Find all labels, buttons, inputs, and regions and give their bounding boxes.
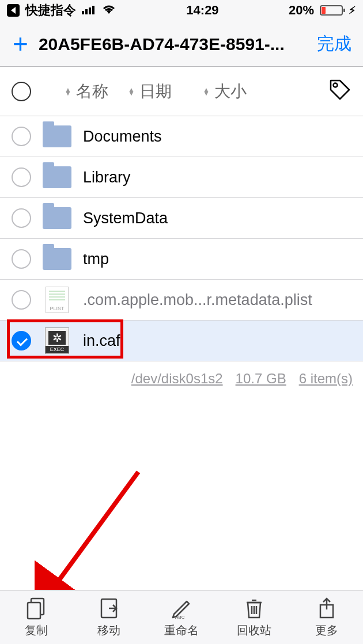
list-item[interactable]: Documents xyxy=(0,116,363,157)
row-select[interactable] xyxy=(12,331,31,350)
select-all-toggle[interactable] xyxy=(12,82,31,101)
column-header: ▲▼ 名称 ▲▼ 日期 ▲▼ 大小 xyxy=(0,67,363,116)
row-select[interactable] xyxy=(12,208,31,228)
folder-icon xyxy=(43,206,71,230)
back-app-icon[interactable] xyxy=(7,4,20,17)
list-item[interactable]: ✲ in.caf xyxy=(0,321,363,361)
list-item[interactable]: Library xyxy=(0,157,363,198)
done-button[interactable]: 完成 xyxy=(317,32,351,56)
bottom-toolbar: 复制 移动 ABC 重命名 回收站 更多 xyxy=(0,590,363,644)
copy-icon xyxy=(26,596,47,620)
back-app-name: 快捷指令 xyxy=(25,2,76,19)
svg-text:ABC: ABC xyxy=(175,615,185,620)
svg-line-5 xyxy=(52,472,138,590)
item-count[interactable]: 6 item(s) xyxy=(299,371,353,387)
svg-rect-2 xyxy=(89,7,91,14)
disk-space[interactable]: 10.7 GB xyxy=(236,371,286,387)
plist-file-icon xyxy=(43,288,71,312)
sort-by-name[interactable]: ▲▼ 名称 xyxy=(65,81,128,102)
disk-path[interactable]: /dev/disk0s1s2 xyxy=(131,371,223,387)
svg-rect-3 xyxy=(92,6,94,14)
row-select[interactable] xyxy=(12,127,31,146)
sort-arrows-icon: ▲▼ xyxy=(65,88,71,95)
item-name: in.caf xyxy=(83,332,351,350)
row-select[interactable] xyxy=(12,290,31,310)
footer-info: /dev/disk0s1s2 10.7 GB 6 item(s) xyxy=(0,361,363,396)
svg-point-4 xyxy=(334,83,338,87)
item-name: Library xyxy=(83,169,351,186)
list-item[interactable]: tmp xyxy=(0,239,363,280)
item-name: .com.apple.mob...r.metadata.plist xyxy=(83,291,351,309)
list-item[interactable]: SystemData xyxy=(0,198,363,239)
move-icon xyxy=(99,596,119,620)
wifi-icon xyxy=(101,3,116,18)
folder-icon xyxy=(43,247,71,271)
add-button[interactable]: + xyxy=(13,36,28,52)
charging-icon: ⚡︎ xyxy=(349,4,356,17)
status-time: 14:29 xyxy=(186,3,218,18)
svg-rect-0 xyxy=(82,11,84,14)
sort-arrows-icon: ▲▼ xyxy=(203,88,210,95)
folder-icon xyxy=(43,124,71,148)
item-name: tmp xyxy=(83,250,351,268)
tag-icon[interactable] xyxy=(327,77,351,105)
sort-arrows-icon: ▲▼ xyxy=(128,88,135,95)
folder-icon xyxy=(43,165,71,189)
item-name: Documents xyxy=(83,128,351,146)
svg-rect-1 xyxy=(85,9,88,14)
trash-icon xyxy=(245,596,263,620)
share-icon xyxy=(317,596,336,620)
sort-by-date[interactable]: ▲▼ 日期 xyxy=(128,81,203,102)
sort-by-size[interactable]: ▲▼ 大小 xyxy=(203,81,247,102)
signal-icon xyxy=(82,3,96,18)
rename-icon: ABC xyxy=(171,596,192,620)
page-title: 20A5FE6B-AD74-473E-8591-... xyxy=(39,35,307,54)
list-item[interactable]: .com.apple.mob...r.metadata.plist xyxy=(0,280,363,321)
item-name: SystemData xyxy=(83,209,351,227)
row-select[interactable] xyxy=(12,249,31,269)
status-bar: 快捷指令 14:29 20% ⚡︎ xyxy=(0,0,363,21)
battery-icon xyxy=(320,5,343,16)
move-button[interactable]: 移动 xyxy=(73,590,145,644)
battery-pct: 20% xyxy=(289,3,314,18)
row-select[interactable] xyxy=(12,167,31,187)
exec-file-icon: ✲ xyxy=(43,329,71,353)
nav-header: + 20A5FE6B-AD74-473E-8591-... 完成 xyxy=(0,21,363,67)
rename-button[interactable]: ABC 重命名 xyxy=(145,590,218,644)
svg-rect-7 xyxy=(28,603,40,619)
copy-button[interactable]: 复制 xyxy=(0,590,73,644)
trash-button[interactable]: 回收站 xyxy=(218,590,290,644)
more-button[interactable]: 更多 xyxy=(290,590,363,644)
